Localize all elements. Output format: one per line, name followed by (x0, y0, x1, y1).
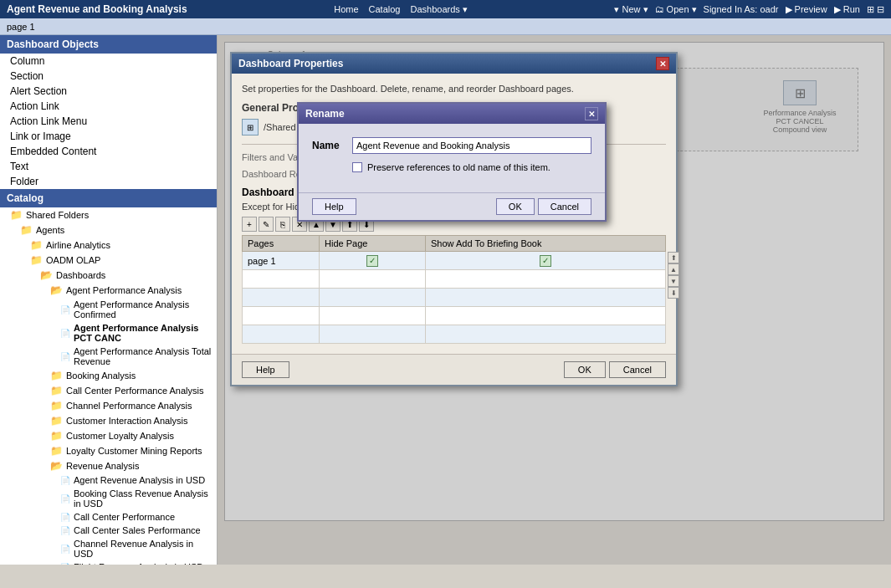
hide-page-cell5 (320, 325, 426, 344)
sidebar-item-column[interactable]: Column (0, 54, 217, 69)
catalog-booking-analysis[interactable]: 📁Booking Analysis (47, 368, 217, 383)
briefing-cell4 (425, 307, 665, 325)
nav-catalog[interactable]: Catalog (369, 4, 401, 14)
briefing-cell[interactable]: ✓ (425, 252, 665, 270)
table-row: page 1 ✓ ✓ (243, 252, 666, 270)
breadcrumb-text: page 1 (7, 22, 35, 32)
properties-cancel-button[interactable]: Cancel (609, 361, 666, 378)
hide-checkbox[interactable]: ✓ (366, 255, 378, 267)
preview-button[interactable]: ▶ Preview (786, 4, 827, 15)
path-icon: ⊞ (242, 119, 259, 135)
sidebar-item-link-or-image[interactable]: Link or Image (0, 129, 217, 144)
catalog-header: Catalog (0, 189, 217, 207)
catalog-flight-rev-usd[interactable]: 📄Flight Revenue Analysis in USD (57, 560, 217, 565)
breadcrumb: page 1 (0, 18, 891, 35)
catalog-call-center-perf2[interactable]: 📄Call Center Performance (57, 510, 217, 524)
hide-page-cell[interactable]: ✓ (320, 252, 426, 270)
rename-footer: Help OK Cancel (299, 192, 605, 220)
scroll-up-top[interactable]: ⬆ (668, 252, 679, 263)
catalog-channel-perf[interactable]: 📁Channel Performance Analysis (47, 398, 217, 413)
properties-help-button[interactable]: Help (242, 361, 289, 378)
catalog-channel-rev-usd[interactable]: 📄Channel Revenue Analysis in USD (57, 537, 217, 560)
hide-page-cell2 (320, 270, 426, 289)
catalog-loyalty-mining[interactable]: 📁Loyalty Customer Mining Reports (47, 443, 217, 458)
catalog-customer-interaction[interactable]: 📁Customer Interaction Analysis (47, 413, 217, 428)
name-row: Name (312, 137, 591, 154)
page-name-cell3 (243, 289, 320, 307)
rename-help-button[interactable]: Help (312, 198, 356, 215)
dashboard-properties-title: Dashboard Properties (238, 58, 343, 69)
briefing-cell2 (425, 270, 665, 289)
rename-cancel-button[interactable]: Cancel (538, 198, 591, 215)
pages-col-header: Pages (243, 236, 320, 252)
rename-title: Rename (305, 108, 345, 120)
rename-btn-group: OK Cancel (496, 198, 591, 215)
catalog-agent-perf-pct-canc[interactable]: 📄Agent Performance Analysis PCT CANC (57, 321, 217, 345)
dashboard-properties-title-bar: Dashboard Properties ✕ (232, 54, 676, 74)
catalog-agent-perf-total-rev[interactable]: 📄Agent Performance Analysis Total Revenu… (57, 345, 217, 368)
main-layout: Dashboard Objects Column Section Alert S… (0, 35, 891, 565)
catalog-tree: 📁Shared Folders 📁Agents 📁Airline Analyti… (0, 207, 217, 565)
catalog-agent-rev-usd[interactable]: 📄Agent Revenue Analysis in USD (57, 473, 217, 487)
hide-page-cell4 (320, 307, 426, 325)
sidebar-item-action-link-menu[interactable]: Action Link Menu (0, 114, 217, 129)
layout-buttons: ⊞ ⊟ (867, 4, 884, 15)
name-label: Name (312, 140, 346, 151)
top-nav: Home Catalog Dashboards ▾ (334, 4, 468, 15)
properties-ok-button[interactable]: OK (564, 361, 606, 378)
nav-dashboards[interactable]: Dashboards ▾ (410, 4, 467, 15)
pages-copy-btn[interactable]: ⎘ (275, 217, 290, 232)
sidebar-item-folder[interactable]: Folder (0, 174, 217, 189)
rename-close-button[interactable]: ✕ (585, 107, 598, 120)
briefing-checkbox[interactable]: ✓ (540, 255, 551, 267)
rename-ok-button[interactable]: OK (496, 198, 535, 215)
content-area: Column 1 Section 1 ⊞ Performance Analysi… (218, 35, 891, 565)
name-input[interactable] (352, 137, 591, 154)
dashboard-objects-header: Dashboard Objects (0, 35, 217, 54)
page-name-cell4 (243, 307, 320, 325)
scroll-down-bottom[interactable]: ⬇ (668, 287, 679, 299)
hide-page-col-header: Hide Page (320, 236, 426, 252)
table-row (243, 270, 666, 289)
dashboard-properties-desc: Set properties for the Dashboard. Delete… (242, 84, 666, 94)
scroll-down[interactable]: ▼ (668, 275, 679, 287)
nav-home[interactable]: Home (334, 4, 358, 14)
catalog-airline-analytics[interactable]: 📁Airline Analytics (27, 238, 217, 253)
sidebar-item-action-link[interactable]: Action Link (0, 99, 217, 114)
preserve-checkbox[interactable] (352, 162, 362, 172)
new-button[interactable]: ▾ New ▾ (614, 4, 648, 15)
pages-edit-btn[interactable]: ✎ (259, 217, 274, 232)
preserve-row: Preserve references to old name of this … (352, 162, 591, 172)
sidebar-item-alert-section[interactable]: Alert Section (0, 84, 217, 99)
catalog-agent-perf-confirmed[interactable]: 📄Agent Performance Analysis Confirmed (57, 298, 217, 321)
top-right-actions: ▾ New ▾ 🗂 Open ▾ Signed In As: oadr ▶ Pr… (614, 4, 884, 15)
pages-add-btn[interactable]: + (242, 217, 257, 232)
pages-table: Pages Hide Page Show Add To Briefing Boo… (242, 235, 666, 344)
catalog-booking-class-rev[interactable]: 📄Booking Class Revenue Analysis in USD (57, 487, 217, 510)
catalog-revenue-analysis[interactable]: 📂Revenue Analysis (47, 458, 217, 473)
open-button[interactable]: 🗂 Open ▾ (655, 4, 697, 15)
sidebar-objects-list: Column Section Alert Section Action Link… (0, 54, 217, 189)
app-title: Agent Revenue and Booking Analysis (7, 3, 187, 15)
catalog-call-center-perf[interactable]: 📁Call Center Performance Analysis (47, 383, 217, 398)
catalog-agents[interactable]: 📁Agents (17, 222, 217, 238)
top-bar: Agent Revenue and Booking Analysis Home … (0, 0, 891, 18)
scroll-up[interactable]: ▲ (668, 263, 679, 275)
sidebar: Dashboard Objects Column Section Alert S… (0, 35, 218, 565)
run-button[interactable]: ▶ Run (834, 4, 860, 15)
scroll-arrows: ⬆ ▲ ▼ ⬇ (668, 252, 679, 299)
catalog-shared-folders[interactable]: 📁Shared Folders (7, 207, 217, 222)
catalog-dashboards[interactable]: 📂Dashboards (37, 268, 217, 283)
catalog-call-center-sales[interactable]: 📄Call Center Sales Performance (57, 524, 217, 537)
briefing-cell3 (425, 289, 665, 307)
page-name-cell: page 1 (243, 252, 320, 270)
dashboard-properties-close[interactable]: ✕ (656, 57, 669, 70)
catalog-oadm-olap[interactable]: 📁OADM OLAP (27, 253, 217, 268)
sidebar-item-embedded-content[interactable]: Embedded Content (0, 144, 217, 159)
sidebar-item-text[interactable]: Text (0, 159, 217, 174)
sidebar-item-section[interactable]: Section (0, 69, 217, 84)
dashboard-properties-footer: Help OK Cancel (232, 354, 676, 385)
catalog-agent-perf[interactable]: 📂Agent Performance Analysis (47, 283, 217, 298)
rename-dialog: Rename ✕ Name Preserve references to old… (297, 102, 607, 222)
catalog-customer-loyalty[interactable]: 📁Customer Loyalty Analysis (47, 428, 217, 443)
